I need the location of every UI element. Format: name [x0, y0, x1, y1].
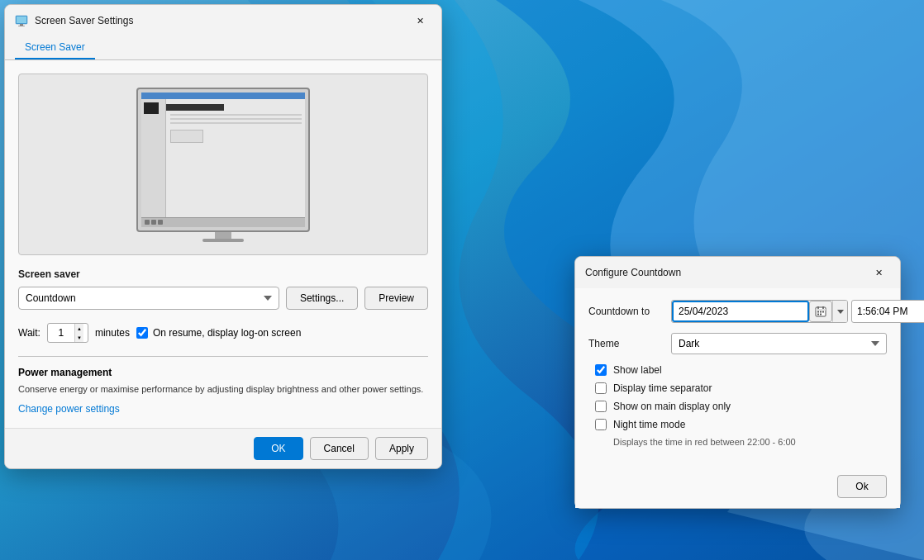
- sim-dark-rect: [166, 104, 224, 111]
- svg-rect-6: [816, 309, 826, 311]
- resume-checkbox-label[interactable]: On resume, display log-on screen: [136, 327, 301, 339]
- wait-label: Wait:: [18, 327, 40, 339]
- display-time-separator-checkbox[interactable]: [595, 382, 607, 394]
- chevron-down-icon: [837, 310, 844, 314]
- resume-label-text: On resume, display log-on screen: [153, 327, 301, 339]
- screensaver-settings-dialog: Screen Saver Settings ✕ Screen Saver: [4, 4, 442, 469]
- monitor-screen: [141, 93, 305, 227]
- wait-up-arrow[interactable]: ▲: [75, 324, 83, 333]
- wait-row: Wait: ▲ ▼ minutes On resume, display log…: [18, 323, 428, 343]
- show-label-row: Show label: [588, 364, 887, 376]
- time-input[interactable]: [852, 301, 924, 322]
- date-input-group: [671, 300, 848, 323]
- configure-title-bar: Configure Countdown ✕: [575, 257, 900, 288]
- tab-screen-saver[interactable]: Screen Saver: [15, 36, 95, 59]
- night-mode-checkbox[interactable]: [595, 419, 607, 430]
- sim-title-bar: [141, 93, 305, 99]
- countdown-to-row: Countdown to: [588, 300, 887, 323]
- sim-taskbar: [141, 217, 305, 227]
- wait-spin-arrows: ▲ ▼: [74, 324, 83, 342]
- configure-countdown-dialog: Configure Countdown ✕ Countdown to: [574, 256, 901, 509]
- divider: [18, 356, 428, 357]
- show-main-display-checkbox[interactable]: [595, 401, 607, 412]
- svg-rect-13: [820, 314, 822, 316]
- show-main-display-text: Show on main display only: [613, 401, 731, 412]
- night-mode-description: Displays the time in red between 22:00 -…: [588, 437, 887, 447]
- svg-rect-3: [20, 24, 23, 26]
- sim-row3: [170, 122, 302, 124]
- power-management-section: Power management Conserve energy or maxi…: [18, 367, 428, 415]
- change-power-settings-link[interactable]: Change power settings: [18, 403, 120, 415]
- sim-black-square: [144, 102, 159, 114]
- configure-ok-button[interactable]: Ok: [837, 475, 887, 498]
- theme-label: Theme: [588, 338, 671, 349]
- svg-rect-4: [18, 26, 25, 26]
- show-label-checkbox[interactable]: [595, 364, 607, 376]
- screensaver-dialog-title: Screen Saver Settings: [35, 15, 408, 26]
- settings-button[interactable]: Settings...: [286, 287, 358, 310]
- svg-rect-11: [822, 311, 824, 313]
- wait-input[interactable]: [48, 327, 74, 339]
- svg-rect-12: [817, 314, 819, 316]
- time-input-wrap: ▲ ▼: [851, 300, 924, 323]
- ok-button[interactable]: OK: [254, 437, 302, 460]
- screensaver-dialog-footer: OK Cancel Apply: [5, 428, 441, 468]
- app-icon: [15, 14, 28, 27]
- screensaver-preview-area: [18, 74, 428, 255]
- screensaver-dropdown[interactable]: Countdown: [18, 287, 279, 310]
- monitor-screen-content: [141, 93, 305, 227]
- night-mode-text: Night time mode: [613, 419, 685, 430]
- screen-saver-section-label: Screen saver: [18, 268, 428, 280]
- countdown-to-label: Countdown to: [588, 306, 671, 317]
- screensaver-title-bar: Screen Saver Settings ✕: [5, 5, 441, 36]
- monitor-base: [202, 239, 244, 242]
- sim-sidebar: [141, 99, 166, 217]
- sim-mini-window: [170, 130, 203, 143]
- theme-row: Theme Dark Light Blue: [588, 333, 887, 354]
- night-mode-row: Night time mode: [588, 419, 887, 430]
- display-time-separator-row: Display time separator: [588, 382, 887, 394]
- theme-dropdown[interactable]: Dark Light Blue: [671, 333, 887, 354]
- monitor-stand: [215, 232, 231, 239]
- preview-button[interactable]: Preview: [364, 287, 428, 310]
- svg-rect-10: [820, 311, 822, 313]
- cancel-button[interactable]: Cancel: [310, 437, 369, 460]
- sim-task3: [158, 220, 163, 225]
- monitor-container: [136, 88, 310, 242]
- preview-monitor: [136, 88, 310, 232]
- apply-button[interactable]: Apply: [375, 437, 428, 460]
- countdown-to-controls: ▲ ▼: [671, 300, 924, 323]
- wait-unit-label: minutes: [95, 327, 130, 339]
- sim-row1: [170, 114, 302, 116]
- power-management-title: Power management: [18, 367, 428, 378]
- show-label-text: Show label: [613, 364, 662, 376]
- display-time-separator-text: Display time separator: [613, 382, 712, 394]
- configure-dialog-footer: Ok: [575, 468, 900, 508]
- configure-close-button[interactable]: ✕: [867, 263, 890, 282]
- svg-rect-2: [17, 17, 26, 23]
- date-input[interactable]: [672, 301, 809, 322]
- screensaver-dialog-body: Screen saver Countdown Settings... Previ…: [5, 60, 441, 428]
- sim-row2: [170, 118, 302, 120]
- calendar-button[interactable]: [809, 301, 832, 322]
- configure-dialog-body: Countdown to: [575, 288, 900, 468]
- resume-checkbox[interactable]: [136, 327, 148, 339]
- svg-rect-9: [817, 311, 819, 313]
- configure-dialog-title: Configure Countdown: [585, 267, 867, 278]
- power-management-desc: Conserve energy or maximise performance …: [18, 383, 428, 396]
- screensaver-close-button[interactable]: ✕: [408, 12, 431, 30]
- screensaver-title-controls: ✕: [408, 12, 431, 30]
- wait-down-arrow[interactable]: ▼: [75, 333, 83, 342]
- configure-title-controls: ✕: [867, 263, 890, 282]
- sim-task2: [151, 220, 156, 225]
- calendar-icon: [815, 306, 826, 317]
- theme-controls: Dark Light Blue: [671, 333, 887, 354]
- wait-spinner: ▲ ▼: [47, 323, 88, 343]
- date-dropdown-button[interactable]: [832, 301, 847, 322]
- sim-task1: [145, 220, 150, 225]
- screensaver-tab-bar: Screen Saver: [5, 36, 441, 60]
- show-main-display-row: Show on main display only: [588, 401, 887, 412]
- screensaver-controls-row: Countdown Settings... Preview: [18, 287, 428, 310]
